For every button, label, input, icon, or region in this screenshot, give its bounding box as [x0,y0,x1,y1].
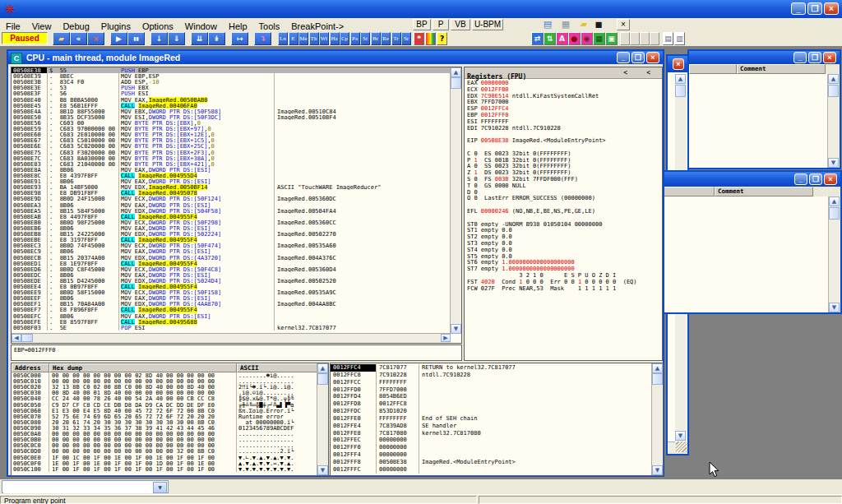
step-over-button[interactable]: ⇓ [168,32,185,45]
register-line[interactable]: EBX 7FFD7000 [465,99,662,105]
disasm-row[interactable]: 00508E9D. 8B0D 24F15000MOV ECX,DWORD PTR… [12,196,451,201]
dump-row[interactable]: 0050C00000 00 00 00 00 00 00 00 02 8D 40… [12,372,317,378]
disasm-row[interactable]: 00508E40. B8 B0BA5000MOV EAX,ImageRed.00… [12,97,451,103]
register-line[interactable]: EFL 00000246 (NO,NB,E,BE,NS,PE,GE,LE) [465,208,662,215]
disasm-row[interactable]: 00508EA3. 8B06MOV EAX,DWORD PTR DS:[ESI] [12,202,451,208]
scroll-up-icon[interactable]: ▲ [451,67,461,77]
vertical-scrollbar[interactable]: ▲ ▼ [828,74,840,168]
disasm-row[interactable]: 00508EEF. 8B06MOV EAX,DWORD PTR DS:[ESI] [12,295,451,301]
collapse-arrow-icon[interactable]: < [646,67,650,78]
scroll-down-icon[interactable]: ▼ [652,465,663,475]
empty-toolbar-button[interactable] [630,32,640,45]
run-button[interactable]: ▶ [110,32,127,45]
register-line[interactable]: ST7 empty 1.0000000000000000000 [465,266,662,272]
register-line[interactable]: EBP 0012FFF0 [465,112,662,118]
disassembly-pane[interactable]: 00508E38$ 55PUSH EBP00508E39. 8BECMOV EB… [11,67,462,344]
register-line[interactable]: FST 4020 Cond 1 0 0 0 Err 0 0 1 0 0 0 0 … [465,279,662,285]
disasm-row[interactable]: 00508E98. E8 DB91F8FFCALL ImageRed.00495… [12,190,451,196]
scroll-thumb[interactable] [652,373,663,385]
horizontal-scrollbar[interactable]: ◀ ▶ [12,333,451,343]
toolbar-close-button[interactable]: × [617,19,630,30]
appearance-button[interactable] [425,32,436,45]
comment-col-spacer[interactable] [689,64,737,74]
panel-button-e[interactable]: E [289,32,298,45]
disasm-row[interactable]: 00508E8A. 8B06MOV EAX,DWORD PTR DS:[ESI] [12,167,451,173]
stack-pane[interactable]: 0012FFC47C817077RETURN to kernel32.7C817… [330,363,664,476]
disasm-row[interactable]: 00508ED1. E8 1E97F8FFCALL ImageRed.00495… [12,261,451,266]
minimize-button[interactable]: _ [793,52,807,63]
disasm-row[interactable]: 00508E4A. 8B1D 88F55000MOV EBX,DWORD PTR… [12,109,451,114]
disasm-row[interactable]: 00508E3B. 83C4 F0ADD ESP,-10 [12,79,451,85]
register-line[interactable]: O 0 LastErr ERROR_SUCCESS (00000000) [465,195,662,201]
vertical-scrollbar[interactable]: ▲ ▼ [317,363,328,475]
window-frame-button[interactable]: ▣ [605,32,618,45]
panel-button-th[interactable]: Th [309,32,319,45]
disasm-row[interactable]: 00508E75. C683 F3020000 00MOV BYTE PTR D… [12,150,451,155]
dump-hex-header[interactable]: Hex dump [49,363,237,372]
vertical-scrollbar[interactable]: ▲ ▼ [829,197,840,312]
restore-button[interactable]: ❐ [809,173,822,185]
record-dot-button[interactable]: ● [568,32,581,45]
dump-row[interactable]: 0050C0E01F 00 1C 00 1F 00 1E 00 1F 00 1E… [12,455,317,460]
minimize-button[interactable]: _ [794,173,807,185]
menu-button-vb[interactable]: VB [451,19,470,30]
disasm-row[interactable]: 00508EAB. E8 4497F8FFCALL ImageRed.00495… [12,214,451,220]
disasm-row[interactable]: 00508EB6. 8B06MOV EAX,DWORD PTR DS:[ESI] [12,225,451,231]
empty-toolbar-button[interactable] [640,32,650,45]
disasm-row[interactable]: 00508EDE. 8B15 D4245000MOV EDX,DWORD PTR… [12,278,451,284]
dump-row[interactable]: 0050C02032 13 8B C0 02 00 8B C0 00 8D 40… [12,384,317,390]
scroll-up-icon[interactable]: ▲ [675,74,686,84]
disasm-row[interactable]: 00508F03. 5EPOP ESIkernel32.7C817077 [12,325,451,331]
register-line[interactable]: ST1 empty 0.0 [465,227,662,234]
updown-arrows-button[interactable]: ⇅ [544,32,556,45]
comment-window-top-content[interactable] [689,74,828,168]
panel-button-pa[interactable]: Pa [350,32,360,45]
dump-row[interactable]: 0050C09030 31 32 33 34 35 36 37 38 39 41… [12,425,317,431]
open-file-button[interactable]: ▰ [53,32,70,45]
stack-row[interactable]: 0012FFF800508E38ImageRed.<ModuleEntryPoi… [331,459,652,466]
stack-row[interactable]: 0012FFEC00000000 [331,437,652,444]
scroll-right-icon[interactable]: ▶ [441,334,451,342]
restart-button[interactable]: « [70,32,87,45]
scroll-thumb[interactable] [21,334,33,342]
scroll-thumb[interactable] [829,207,840,220]
dump-row[interactable]: 0050C040CC 24 40 00 78 26 40 00 54 2A 40… [12,395,317,401]
register-line[interactable]: ST5 empty 0.0 [465,253,662,260]
dump-row[interactable]: 0050C01000 00 00 00 00 00 00 00 00 00 00… [12,378,317,384]
comment-column-header[interactable]: Comment [715,187,813,197]
new-doc-icon[interactable]: ▤ [541,19,554,30]
scroll-up-icon[interactable]: ▲ [652,363,663,373]
disasm-row[interactable]: 00508E91. 8B06MOV EAX,DWORD PTR DS:[ESI] [12,178,451,184]
register-line[interactable] [465,201,662,208]
pause-button[interactable]: ▮▮ [127,32,145,45]
comment-window-middle-title-bar[interactable]: _ ❐ × [651,172,840,187]
menu-button-u-bpm[interactable]: U-BPM [472,19,503,30]
main-title-bar[interactable]: ✳ _ ❐ × [0,0,842,18]
scroll-thumb[interactable] [675,85,686,97]
disasm-row[interactable]: 00508ED6. 8B0D C8F45000MOV ECX,DWORD PTR… [12,266,451,272]
disasm-row[interactable]: 00508E56. C603 00MOV BYTE PTR DS:[EBX],0 [12,120,451,126]
empty-toolbar-button[interactable] [620,32,630,45]
close-icon[interactable]: × [673,58,684,70]
disasm-row[interactable]: 00508EA5. 8B15 584F5000MOV EDX,DWORD PTR… [12,208,451,214]
swap-arrows-button[interactable]: ⇄ [531,32,544,45]
registers-pane[interactable]: Registers (FPU) < < EAX 00000000ECX 0012… [464,67,663,361]
disasm-row[interactable]: 00508EFE. E8 8597F8FFCALL ImageRed.00495… [12,319,451,325]
disasm-row[interactable]: 00508E67. C683 C5010000 00MOV BYTE PTR D… [12,137,451,143]
register-line[interactable]: ST6 empty 1.0000000000000000000 [465,259,662,266]
disasm-row[interactable]: 00508EB8. 8B15 24225000MOV EDX,DWORD PTR… [12,231,451,237]
panel-button-wi[interactable]: Wi [319,32,329,45]
disasm-row[interactable]: 00508EDC. 8B06MOV EAX,DWORD PTR DS:[ESI] [12,272,451,278]
execute-till-return-button[interactable]: ↦ [231,32,248,45]
register-line[interactable] [465,144,662,150]
disasm-row[interactable]: 00508E8C. E8 4397F8FFCALL ImageRed.00495… [12,173,451,178]
hex-dump-pane[interactable]: AddressHex dumpASCII 0050C00000 00 00 00… [11,363,329,476]
panel-button-ha[interactable]: Ha [330,32,340,45]
resize-grip[interactable] [676,442,687,452]
disasm-row[interactable]: 00508EF7. E8 F896F8FFCALL ImageRed.00495… [12,307,451,312]
help-button[interactable]: ? [437,32,447,45]
restore-button[interactable]: ❐ [808,52,821,63]
register-line[interactable]: EIP 00508E38 ImageRed.<ModuleEntryPoint> [465,137,662,144]
animate-into-button[interactable]: ⇊ [191,32,208,45]
step-into-button[interactable]: ↓ [150,32,168,45]
